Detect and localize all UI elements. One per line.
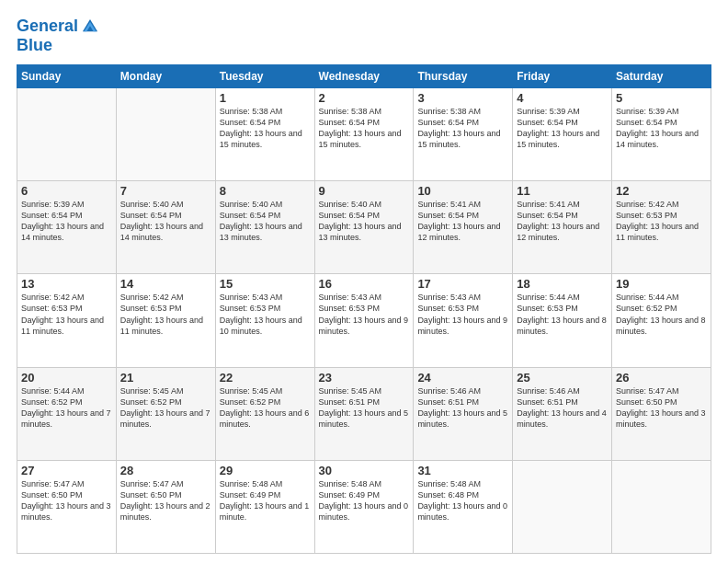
calendar-cell: 16Sunrise: 5:43 AMSunset: 6:53 PMDayligh… xyxy=(314,274,414,367)
day-info: Sunrise: 5:41 AMSunset: 6:54 PMDaylight:… xyxy=(417,199,508,244)
calendar-cell: 28Sunrise: 5:47 AMSunset: 6:50 PMDayligh… xyxy=(116,460,215,553)
day-info: Sunrise: 5:40 AMSunset: 6:54 PMDaylight:… xyxy=(319,199,410,244)
day-number: 20 xyxy=(21,371,112,385)
day-info: Sunrise: 5:46 AMSunset: 6:51 PMDaylight:… xyxy=(517,385,608,431)
calendar-cell xyxy=(116,87,215,180)
day-info: Sunrise: 5:45 AMSunset: 6:52 PMDaylight:… xyxy=(220,385,311,431)
calendar-table: SundayMondayTuesdayWednesdayThursdayFrid… xyxy=(17,64,711,554)
day-info: Sunrise: 5:40 AMSunset: 6:54 PMDaylight:… xyxy=(120,199,211,244)
calendar-cell: 6Sunrise: 5:39 AMSunset: 6:54 PMDaylight… xyxy=(17,181,117,274)
day-number: 13 xyxy=(21,277,112,291)
calendar-cell: 31Sunrise: 5:48 AMSunset: 6:48 PMDayligh… xyxy=(414,460,513,553)
day-info: Sunrise: 5:47 AMSunset: 6:50 PMDaylight:… xyxy=(21,478,112,523)
day-number: 31 xyxy=(417,464,508,477)
calendar-row: 13Sunrise: 5:42 AMSunset: 6:53 PMDayligh… xyxy=(17,274,711,367)
calendar-cell: 27Sunrise: 5:47 AMSunset: 6:50 PMDayligh… xyxy=(17,460,117,553)
day-number: 11 xyxy=(517,184,608,198)
logo-text: General xyxy=(17,17,78,36)
day-info: Sunrise: 5:45 AMSunset: 6:52 PMDaylight:… xyxy=(120,385,211,431)
day-number: 12 xyxy=(616,184,707,198)
day-number: 27 xyxy=(21,464,112,477)
day-info: Sunrise: 5:43 AMSunset: 6:53 PMDaylight:… xyxy=(417,292,508,337)
day-info: Sunrise: 5:42 AMSunset: 6:53 PMDaylight:… xyxy=(120,292,211,337)
day-number: 25 xyxy=(517,371,608,385)
calendar-cell: 9Sunrise: 5:40 AMSunset: 6:54 PMDaylight… xyxy=(314,181,414,274)
day-number: 16 xyxy=(319,277,410,291)
day-info: Sunrise: 5:48 AMSunset: 6:49 PMDaylight:… xyxy=(319,478,410,523)
day-number: 10 xyxy=(417,184,508,198)
day-number: 21 xyxy=(120,371,211,385)
calendar-cell xyxy=(612,460,711,553)
day-number: 30 xyxy=(319,464,410,477)
day-info: Sunrise: 5:47 AMSunset: 6:50 PMDaylight:… xyxy=(616,385,707,431)
day-info: Sunrise: 5:44 AMSunset: 6:52 PMDaylight:… xyxy=(616,292,707,337)
calendar-cell: 13Sunrise: 5:42 AMSunset: 6:53 PMDayligh… xyxy=(17,274,117,367)
day-info: Sunrise: 5:41 AMSunset: 6:54 PMDaylight:… xyxy=(517,199,608,244)
calendar-cell: 1Sunrise: 5:38 AMSunset: 6:54 PMDaylight… xyxy=(215,87,314,180)
day-info: Sunrise: 5:40 AMSunset: 6:54 PMDaylight:… xyxy=(220,199,311,244)
day-number: 6 xyxy=(21,184,112,198)
calendar-cell: 4Sunrise: 5:39 AMSunset: 6:54 PMDaylight… xyxy=(513,87,612,180)
calendar-cell: 25Sunrise: 5:46 AMSunset: 6:51 PMDayligh… xyxy=(513,367,612,460)
calendar-cell: 20Sunrise: 5:44 AMSunset: 6:52 PMDayligh… xyxy=(17,367,117,460)
day-number: 14 xyxy=(120,277,211,291)
calendar-cell: 14Sunrise: 5:42 AMSunset: 6:53 PMDayligh… xyxy=(116,274,215,367)
day-info: Sunrise: 5:38 AMSunset: 6:54 PMDaylight:… xyxy=(220,106,311,151)
calendar-cell: 26Sunrise: 5:47 AMSunset: 6:50 PMDayligh… xyxy=(612,367,711,460)
calendar-cell: 3Sunrise: 5:38 AMSunset: 6:54 PMDaylight… xyxy=(414,87,513,180)
weekday-header: Sunday xyxy=(17,64,117,87)
day-info: Sunrise: 5:44 AMSunset: 6:53 PMDaylight:… xyxy=(517,292,608,337)
weekday-header: Thursday xyxy=(414,64,513,87)
calendar-cell: 30Sunrise: 5:48 AMSunset: 6:49 PMDayligh… xyxy=(314,460,414,553)
day-number: 24 xyxy=(417,371,508,385)
day-info: Sunrise: 5:38 AMSunset: 6:54 PMDaylight:… xyxy=(319,106,410,151)
day-info: Sunrise: 5:39 AMSunset: 6:54 PMDaylight:… xyxy=(21,199,112,244)
day-number: 5 xyxy=(616,91,707,105)
logo-text2: Blue xyxy=(17,37,100,55)
calendar-header-row: SundayMondayTuesdayWednesdayThursdayFrid… xyxy=(17,64,711,87)
day-number: 1 xyxy=(220,91,311,105)
day-number: 8 xyxy=(220,184,311,198)
calendar-cell: 29Sunrise: 5:48 AMSunset: 6:49 PMDayligh… xyxy=(215,460,314,553)
calendar-cell: 2Sunrise: 5:38 AMSunset: 6:54 PMDaylight… xyxy=(314,87,414,180)
day-info: Sunrise: 5:38 AMSunset: 6:54 PMDaylight:… xyxy=(417,106,508,151)
day-info: Sunrise: 5:42 AMSunset: 6:53 PMDaylight:… xyxy=(21,292,112,337)
day-number: 22 xyxy=(220,371,311,385)
day-info: Sunrise: 5:48 AMSunset: 6:49 PMDaylight:… xyxy=(220,478,311,523)
calendar-cell: 19Sunrise: 5:44 AMSunset: 6:52 PMDayligh… xyxy=(612,274,711,367)
day-number: 28 xyxy=(120,464,211,477)
logo-icon xyxy=(80,17,100,37)
day-info: Sunrise: 5:43 AMSunset: 6:53 PMDaylight:… xyxy=(220,292,311,337)
day-number: 7 xyxy=(120,184,211,198)
calendar-cell: 8Sunrise: 5:40 AMSunset: 6:54 PMDaylight… xyxy=(215,181,314,274)
calendar-cell: 12Sunrise: 5:42 AMSunset: 6:53 PMDayligh… xyxy=(612,181,711,274)
day-number: 26 xyxy=(616,371,707,385)
day-info: Sunrise: 5:48 AMSunset: 6:48 PMDaylight:… xyxy=(417,478,508,523)
day-number: 3 xyxy=(417,91,508,105)
day-info: Sunrise: 5:44 AMSunset: 6:52 PMDaylight:… xyxy=(21,385,112,431)
calendar-cell xyxy=(513,460,612,553)
page-header: General Blue xyxy=(17,17,711,55)
day-info: Sunrise: 5:39 AMSunset: 6:54 PMDaylight:… xyxy=(517,106,608,151)
day-info: Sunrise: 5:47 AMSunset: 6:50 PMDaylight:… xyxy=(120,478,211,523)
day-info: Sunrise: 5:42 AMSunset: 6:53 PMDaylight:… xyxy=(616,199,707,244)
calendar-cell: 22Sunrise: 5:45 AMSunset: 6:52 PMDayligh… xyxy=(215,367,314,460)
calendar-cell xyxy=(17,87,117,180)
day-info: Sunrise: 5:43 AMSunset: 6:53 PMDaylight:… xyxy=(319,292,410,337)
day-number: 18 xyxy=(517,277,608,291)
calendar-cell: 11Sunrise: 5:41 AMSunset: 6:54 PMDayligh… xyxy=(513,181,612,274)
weekday-header: Saturday xyxy=(612,64,711,87)
calendar-cell: 5Sunrise: 5:39 AMSunset: 6:54 PMDaylight… xyxy=(612,87,711,180)
day-number: 2 xyxy=(319,91,410,105)
day-number: 23 xyxy=(319,371,410,385)
calendar-cell: 23Sunrise: 5:45 AMSunset: 6:51 PMDayligh… xyxy=(314,367,414,460)
day-info: Sunrise: 5:46 AMSunset: 6:51 PMDaylight:… xyxy=(417,385,508,431)
weekday-header: Friday xyxy=(513,64,612,87)
calendar-row: 20Sunrise: 5:44 AMSunset: 6:52 PMDayligh… xyxy=(17,367,711,460)
calendar-row: 27Sunrise: 5:47 AMSunset: 6:50 PMDayligh… xyxy=(17,460,711,553)
day-number: 15 xyxy=(220,277,311,291)
weekday-header: Wednesday xyxy=(314,64,414,87)
calendar-cell: 24Sunrise: 5:46 AMSunset: 6:51 PMDayligh… xyxy=(414,367,513,460)
calendar-row: 6Sunrise: 5:39 AMSunset: 6:54 PMDaylight… xyxy=(17,181,711,274)
day-number: 4 xyxy=(517,91,608,105)
